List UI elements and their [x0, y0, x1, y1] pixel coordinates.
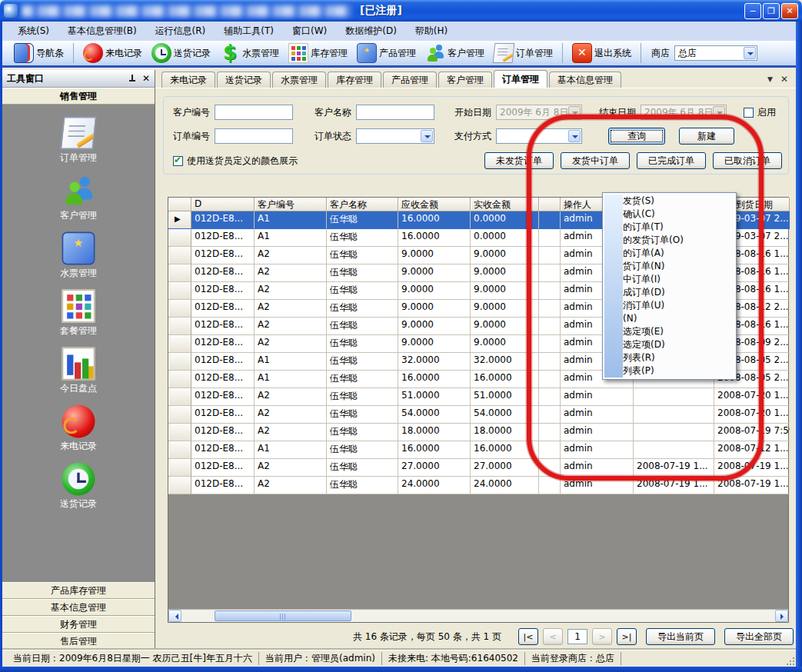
row-selector-cell[interactable]: [168, 300, 191, 318]
maximize-button[interactable]: ❐: [763, 3, 780, 19]
tab-scroll-down-icon[interactable]: ▼: [767, 75, 773, 83]
sidebar-item[interactable]: 订单管理: [60, 117, 97, 165]
toolbar-button-navigator[interactable]: 导航条: [10, 42, 68, 65]
column-header-customer-name[interactable]: 客户名称: [327, 198, 398, 211]
order-status-select[interactable]: [356, 128, 434, 144]
context-menu-item[interactable]: 打印列表(P): [604, 364, 734, 378]
row-selector-cell[interactable]: [168, 424, 191, 441]
row-selector-cell[interactable]: [168, 459, 191, 477]
toolbar-button[interactable]: 产品管理: [353, 42, 420, 65]
column-header-selector[interactable]: [168, 198, 191, 211]
color-display-checkbox[interactable]: [173, 156, 183, 166]
horizontal-scrollbar[interactable]: [168, 609, 788, 622]
payment-select[interactable]: [496, 128, 582, 144]
toolbar-button[interactable]: 库存管理: [285, 42, 351, 65]
column-header-customer-no[interactable]: 客户编号: [255, 198, 327, 211]
first-page-button[interactable]: |<: [518, 628, 538, 645]
sidebar-item[interactable]: 送货记录: [60, 463, 97, 511]
scroll-right-icon[interactable]: [775, 610, 788, 622]
table-row[interactable]: 012D-E8... A2 伍华聪 24.0000 24.0000 admin …: [168, 477, 788, 494]
prev-page-button[interactable]: <: [543, 628, 563, 645]
toolbar-button-exit[interactable]: 退出系统: [568, 42, 635, 65]
tab[interactable]: 产品管理: [383, 72, 437, 88]
page-number-input[interactable]: [567, 629, 587, 644]
context-menu-item[interactable]: 新建(N): [604, 312, 734, 325]
next-page-button[interactable]: >: [592, 628, 612, 645]
start-date-picker[interactable]: 2009年 6月 8日: [496, 105, 582, 120]
tab[interactable]: 水票管理: [272, 72, 326, 88]
row-selector-cell[interactable]: [168, 318, 191, 335]
export-current-page-button[interactable]: 导出当前页: [646, 628, 715, 645]
close-icon[interactable]: ✕: [142, 73, 150, 84]
chevron-down-icon[interactable]: [421, 130, 433, 142]
tab[interactable]: 送货记录: [217, 72, 271, 88]
menu-item[interactable]: 数据维护(D): [336, 22, 406, 40]
context-menu-item[interactable]: 编辑选定项(E): [604, 325, 734, 338]
sidebar-item[interactable]: 客户管理: [60, 175, 97, 222]
toolbar-button[interactable]: 水票管理: [216, 42, 283, 65]
sidebar-item[interactable]: 今日盘点: [60, 348, 97, 395]
sidebar-item[interactable]: 水票管理: [60, 232, 97, 280]
tab[interactable]: 基本信息管理: [549, 72, 621, 88]
sidebar-section[interactable]: 财务管理: [2, 616, 155, 633]
column-header-received[interactable]: 实收金额: [471, 198, 539, 211]
toolbar-button[interactable]: 订单管理: [490, 42, 557, 65]
order-status-filter-button[interactable]: 已完成订单: [637, 152, 706, 169]
sidebar-section[interactable]: 售后管理: [2, 633, 155, 650]
toolbar-button[interactable]: 客户管理: [421, 42, 488, 65]
customer-no-input[interactable]: [215, 105, 293, 120]
tab[interactable]: 客户管理: [438, 72, 492, 88]
sidebar-item[interactable]: 套餐管理: [60, 290, 97, 338]
context-menu-item[interactable]: 回单确认(C): [604, 208, 734, 221]
table-row[interactable]: 012D-E8... A2 伍华聪 18.0000 18.0000 admin …: [168, 424, 788, 441]
table-row[interactable]: 012D-E8... A2 伍华聪 51.0000 51.0000 admin …: [168, 388, 788, 406]
row-selector-cell[interactable]: [168, 371, 191, 388]
resize-grip[interactable]: [785, 656, 794, 665]
new-button[interactable]: 新建: [679, 128, 734, 145]
toolbar-button[interactable]: 来电记录: [79, 42, 146, 65]
row-selector-cell[interactable]: [168, 247, 191, 264]
menu-item[interactable]: 窗口(W): [283, 22, 336, 40]
row-selector-cell[interactable]: [168, 441, 191, 459]
row-selector-cell[interactable]: [168, 388, 191, 406]
order-status-filter-button[interactable]: 发货中订单: [561, 152, 630, 169]
column-header-receivable[interactable]: 应收金额: [398, 198, 471, 211]
context-menu-item[interactable]: 已完成订单(D): [604, 286, 734, 299]
tab[interactable]: 库存管理: [328, 72, 381, 88]
row-selector-cell[interactable]: [168, 477, 191, 494]
row-selector-cell[interactable]: [168, 264, 191, 282]
row-selector-cell[interactable]: [168, 406, 191, 424]
context-menu-item[interactable]: 发货中订单(I): [604, 273, 734, 286]
sidebar-item[interactable]: 来电记录: [60, 405, 97, 453]
row-selector-cell[interactable]: [168, 229, 191, 247]
last-page-button[interactable]: >|: [617, 628, 637, 645]
context-menu-item[interactable]: 订单发货(S): [604, 195, 734, 208]
chevron-down-icon[interactable]: [744, 47, 756, 59]
customer-name-input[interactable]: [356, 105, 434, 120]
close-button[interactable]: ✕: [781, 3, 798, 19]
context-menu-item[interactable]: 未发货订单(N): [604, 260, 734, 273]
context-menu-item[interactable]: 刷新列表(R): [604, 351, 734, 364]
menu-item[interactable]: 帮助(H): [406, 22, 457, 40]
column-header-blank[interactable]: [539, 198, 561, 211]
table-row[interactable]: 012D-E8... A2 伍华聪 54.0000 54.0000 admin …: [168, 406, 788, 424]
context-menu-item[interactable]: 所有的订单(A): [604, 247, 734, 260]
order-status-filter-button[interactable]: 已取消订单: [713, 152, 782, 169]
sidebar-section-sales[interactable]: 销售管理: [2, 88, 155, 105]
order-no-input[interactable]: [215, 128, 293, 144]
tab[interactable]: 订单管理: [494, 70, 547, 88]
export-all-pages-button[interactable]: 导出全部页: [724, 628, 794, 645]
query-button[interactable]: 查询: [608, 128, 665, 145]
toolbar-button[interactable]: 送货记录: [148, 42, 215, 65]
tab-close-icon[interactable]: ✕: [780, 74, 788, 85]
store-select[interactable]: 总店: [674, 45, 757, 61]
context-menu-item[interactable]: 今天的订单(T): [604, 221, 734, 234]
order-status-filter-button[interactable]: 未发货订单: [484, 152, 554, 169]
minimize-button[interactable]: ─: [744, 3, 761, 19]
end-date-picker[interactable]: 2009年 6月 8日: [641, 105, 727, 120]
menu-item[interactable]: 运行信息(R): [146, 22, 215, 40]
scrollbar-thumb[interactable]: [215, 610, 351, 621]
context-menu-item[interactable]: 今天的发货订单(O): [604, 234, 734, 247]
row-selector-cell[interactable]: [168, 282, 191, 300]
scroll-left-icon[interactable]: [168, 610, 181, 622]
